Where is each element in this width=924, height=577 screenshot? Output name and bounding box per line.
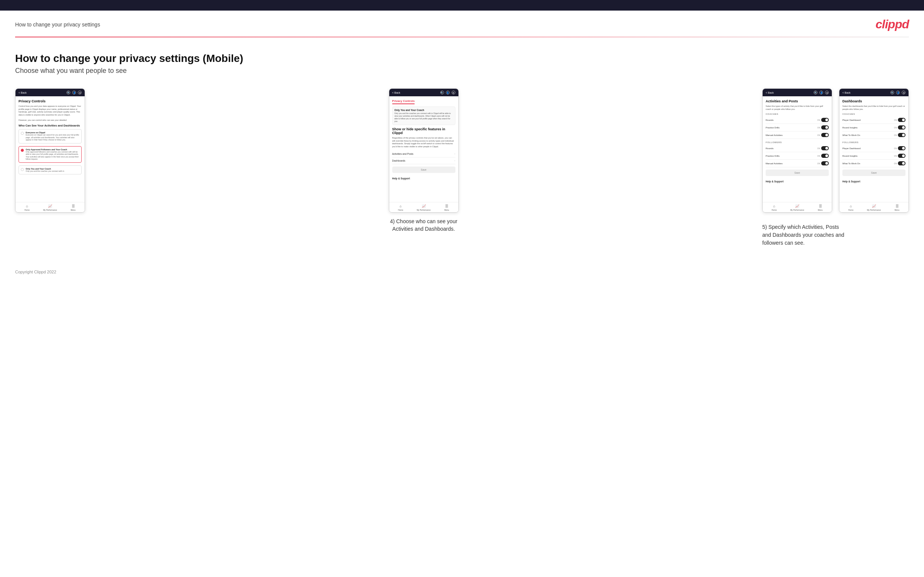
nav-menu-label-1: Menu [71,209,76,211]
screen3-save-btn[interactable]: Save [766,169,829,176]
screen1-nav: ⌂ Home 📈 My Performance ☰ Menu [16,202,85,212]
screen4-body: Dashboards Select the dashboards that yo… [839,96,908,202]
screen1-group: < Back 🔍 👤 ⚙ Privacy Controls Control ho… [15,89,85,213]
screen1-icons: 🔍 👤 ⚙ [66,90,82,94]
screen2-dashboards-row[interactable]: Dashboards › [392,158,456,164]
nav-menu-3[interactable]: ☰ Menu [809,204,832,211]
toggle-coaches-player[interactable] [898,118,906,122]
nav-performance-4[interactable]: 📈 My Performance [863,204,885,211]
screen4-player-dash-1: Player Dashboard [842,119,861,121]
home-icon-2: ⌂ [399,204,401,208]
menu-icon-3: ☰ [819,204,822,208]
screen4-back[interactable]: < Back [842,91,851,94]
toggle-followers-drills[interactable] [821,154,829,158]
screen4-save-btn[interactable]: Save [842,169,906,176]
search-icon-3[interactable]: 🔍 [814,90,817,94]
screen1-body: Privacy Controls Control how you and you… [16,96,85,202]
screen3-title: Activities and Posts [766,99,829,103]
toggle-followers-rounds[interactable] [821,146,829,150]
screen3-drills-2: Practice Drills [766,155,780,157]
search-icon-4[interactable]: 🔍 [890,90,894,94]
toggle-coaches-insights[interactable] [898,126,906,129]
nav-performance-3[interactable]: 📈 My Performance [786,204,809,211]
search-icon[interactable]: 🔍 [66,90,70,94]
caption5-line2: and Dashboards your coaches and [762,232,844,238]
screen1-option1-desc: Everyone on Clippd can search for you an… [26,134,79,141]
screen2-tab[interactable]: Privacy Controls [392,99,415,104]
logo: clippd [876,18,909,31]
person-icon-2[interactable]: 👤 [446,90,450,94]
toggle-coaches-rounds[interactable] [821,118,829,122]
screen3-body: Activities and Posts Select the types of… [762,96,832,202]
nav-menu-label-3: Menu [818,209,823,211]
screen1-topbar: < Back 🔍 👤 ⚙ [16,89,85,96]
home-icon: ⌂ [26,204,28,208]
nav-home-4[interactable]: ⌂ Home [839,204,863,211]
screen1-option1[interactable]: Everyone on Clippd Everyone on Clippd ca… [18,129,82,143]
performance-icon-2: 📈 [422,204,426,208]
chevron-icon-dashboards: › [454,160,455,162]
settings-icon-2[interactable]: ⚙ [452,90,456,94]
nav-performance-label-3: My Performance [790,209,804,211]
home-icon-4: ⌂ [850,204,852,208]
screen3-rounds-1: Rounds [766,119,774,121]
screen2-icons: 🔍 👤 ⚙ [440,90,456,94]
toggle-coaches-drills[interactable] [821,126,829,129]
screen3-back[interactable]: < Back [766,91,774,94]
screen4-mockup: < Back 🔍 👤 ⚙ Dashboards Select the dashb… [839,89,909,213]
nav-performance-1[interactable]: 📈 My Performance [39,204,61,211]
performance-icon-1: 📈 [48,204,52,208]
nav-performance-2[interactable]: 📈 My Performance [412,204,435,211]
screen1-option3-desc: Only you and the coaches you connect wit… [26,170,64,172]
main-content: How to change your privacy settings (Mob… [0,37,924,262]
toggle-followers-insights[interactable] [898,154,906,158]
search-icon-2[interactable]: 🔍 [440,90,444,94]
screen2-save-btn[interactable]: Save [392,166,456,173]
radio-dot-2 [21,149,24,152]
screen4-coaches-work: What To Work On ON [842,131,906,139]
screen4-player-dash-2: Player Dashboard [842,147,861,150]
settings-icon[interactable]: ⚙ [78,90,82,94]
screen3-coaches-drills: Practice Drills ON [766,124,829,131]
caption5-line1: 5) Specify which Activities, Posts [762,224,839,230]
screen2-dashboards-label: Dashboards [392,160,405,162]
settings-icon-4[interactable]: ⚙ [902,90,906,94]
nav-home-3[interactable]: ⌂ Home [762,204,786,211]
screen4-coaches-player: Player Dashboard ON [842,116,906,124]
screen2-activities-row[interactable]: Activities and Posts › [392,151,456,158]
screen2-group: < Back 🔍 👤 ⚙ Privacy Controls Only You a… [386,89,462,233]
toggle-followers-player[interactable] [898,146,906,150]
page-heading: How to change your privacy settings (Mob… [15,53,909,64]
nav-home-1[interactable]: ⌂ Home [16,204,39,211]
home-icon-3: ⌂ [773,204,775,208]
header: How to change your privacy settings clip… [0,11,924,37]
nav-menu-4[interactable]: ☰ Menu [885,204,908,211]
screen4-round-insights-2: Round Insights [842,155,858,157]
person-icon-3[interactable]: 👤 [819,90,823,94]
screen2-back[interactable]: < Back [392,91,401,94]
screen1-option3[interactable]: Only You and Your Coach Only you and the… [18,165,82,175]
screen1-mockup: < Back 🔍 👤 ⚙ Privacy Controls Control ho… [15,89,85,213]
screen4-nav: ⌂ Home 📈 My Performance ☰ Menu [839,202,908,212]
settings-icon-3[interactable]: ⚙ [825,90,829,94]
nav-menu-2[interactable]: ☰ Menu [435,204,459,211]
screen4-what-work-2: What To Work On [842,162,860,164]
top-bar [0,0,924,11]
screen1-back[interactable]: < Back [18,91,27,94]
nav-home-2[interactable]: ⌂ Home [389,204,412,211]
screen4-what-work-1: What To Work On [842,134,860,136]
toggle-followers-work[interactable] [898,161,906,165]
person-icon-4[interactable]: 👤 [896,90,900,94]
screen2-nav: ⌂ Home 📈 My Performance ☰ Menu [389,202,459,212]
toggle-followers-manual[interactable] [821,161,829,165]
toggle-coaches-manual[interactable] [821,133,829,137]
screen3-help: Help & Support [766,178,829,184]
screen4-followers-label: FOLLOWERS [842,141,906,143]
caption5-line3: followers can see. [762,240,804,246]
nav-performance-label-4: My Performance [867,209,881,211]
screen3-rounds-2: Rounds [766,147,774,150]
nav-menu-1[interactable]: ☰ Menu [61,204,85,211]
toggle-coaches-work[interactable] [898,133,906,137]
person-icon[interactable]: 👤 [72,90,76,94]
screen1-option2[interactable]: Only Approved Followers and Your Coach O… [18,146,82,163]
